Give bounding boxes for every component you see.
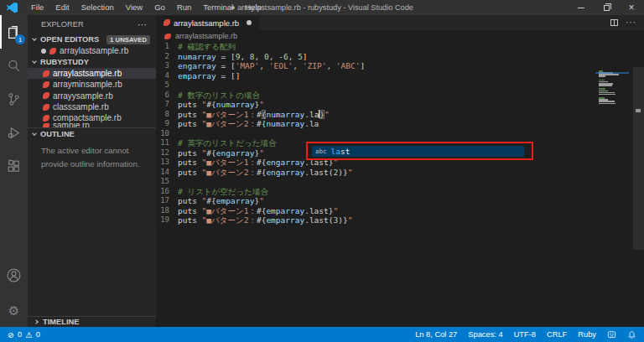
ruby-file-icon xyxy=(49,48,56,54)
code-lines: 1# 確認する配列2numarray = [9, 8, 0, -6, 5]3en… xyxy=(156,42,644,225)
menu-view[interactable]: View xyxy=(120,0,148,15)
encoding[interactable]: UTF-8 xyxy=(514,330,536,339)
code-line-2[interactable]: 2numarray = [9, 8, 0, -6, 5] xyxy=(156,52,644,62)
code-line-15[interactable]: 15 xyxy=(156,177,644,187)
line-number[interactable]: 15 xyxy=(156,177,178,187)
timeline-section-header[interactable]: TIMELINE xyxy=(28,316,156,327)
file-name: arraylastsample.rb xyxy=(53,69,122,78)
line-number[interactable]: 13 xyxy=(156,158,178,168)
annotation-red-box xyxy=(306,142,533,160)
language-mode[interactable]: Ruby xyxy=(578,330,596,339)
activity-run-debug-button[interactable] xyxy=(0,116,28,149)
title-bar: FileEditSelectionViewGoRunTerminalHelp ●… xyxy=(0,0,644,15)
tab-arraylastsample[interactable]: arraylastsample.rb xyxy=(156,15,259,30)
open-editor-item[interactable]: arraylastsample.rb xyxy=(28,45,156,56)
line-number[interactable]: 1 xyxy=(156,42,178,52)
line-number[interactable]: 12 xyxy=(156,148,178,158)
code-line-17[interactable]: 17puts "#{emparray}" xyxy=(156,196,644,206)
line-number[interactable]: 7 xyxy=(156,100,178,110)
explorer-more-actions-icon[interactable]: ⋯ xyxy=(138,19,148,30)
line-number[interactable]: 9 xyxy=(156,119,178,129)
ruby-file-icon xyxy=(164,19,170,26)
code-line-1[interactable]: 1# 確認する配列 xyxy=(156,42,644,52)
menu-edit[interactable]: Edit xyxy=(49,0,75,15)
file-item-arraylastsample.rb[interactable]: arraylastsample.rb xyxy=(28,68,156,79)
code-line-16[interactable]: 16# リストが空だった場合 xyxy=(156,187,644,197)
minimap[interactable] xyxy=(599,70,625,105)
line-number[interactable]: 2 xyxy=(156,52,178,62)
line-number[interactable]: 5 xyxy=(156,80,178,91)
line-number[interactable]: 19 xyxy=(156,215,178,225)
code-line-18[interactable]: 18puts "■パターン1：#{emparray.last}" xyxy=(156,206,644,216)
line-number[interactable]: 18 xyxy=(156,206,178,216)
code-editor[interactable]: 1# 確認する配列2numarray = [9, 8, 0, -6, 5]3en… xyxy=(156,42,644,327)
main-area: 1 ⚙ EXPLORER ⋯ xyxy=(0,15,644,327)
file-item-arrayysample.rb[interactable]: arrayysample.rb xyxy=(28,91,156,101)
menu-go[interactable]: Go xyxy=(148,0,171,15)
restore-button[interactable] xyxy=(594,0,619,15)
overview-ruler-cursor-marker xyxy=(636,109,641,112)
eol-sequence[interactable]: CRLF xyxy=(547,330,567,339)
activity-extensions-button[interactable] xyxy=(0,149,28,183)
line-number[interactable]: 14 xyxy=(156,168,178,178)
indentation[interactable]: Spaces: 4 xyxy=(468,330,502,339)
code-line-14[interactable]: 14puts "■パターン2：#{engarray.last(2)}" xyxy=(156,168,644,178)
folder-section-header[interactable]: RUBYSTUDY xyxy=(28,56,156,68)
line-number[interactable]: 4 xyxy=(156,71,178,81)
line-number[interactable]: 6 xyxy=(156,91,178,101)
ruby-file-icon xyxy=(164,34,171,39)
vscode-logo-icon xyxy=(7,3,18,13)
ruby-file-icon xyxy=(43,81,49,88)
menu-run[interactable]: Run xyxy=(171,0,197,15)
activity-explorer-button[interactable]: 1 xyxy=(0,15,28,49)
explorer-sidebar: EXPLORER ⋯ OPEN EDITORS 1 UNSAVED arrayl… xyxy=(28,15,156,327)
menu-selection[interactable]: Selection xyxy=(75,0,120,15)
file-name: arrayysample.rb xyxy=(53,91,113,101)
code-line-5[interactable]: 5 xyxy=(156,80,644,91)
open-editors-section-header[interactable]: OPEN EDITORS 1 UNSAVED xyxy=(28,34,156,45)
menu-file[interactable]: File xyxy=(25,0,49,15)
warnings-count: 0 xyxy=(36,330,40,339)
chevron-right-icon xyxy=(34,319,39,324)
line-number[interactable]: 16 xyxy=(156,187,178,197)
code-line-10[interactable]: 10 xyxy=(156,129,644,139)
line-number[interactable]: 11 xyxy=(156,138,178,148)
run-debug-icon xyxy=(6,125,22,141)
activity-search-button[interactable] xyxy=(0,49,28,82)
explorer-badge: 1 xyxy=(15,34,25,44)
problems-indicator[interactable]: ⊘ 0 ⚠ 0 xyxy=(8,330,40,339)
line-number[interactable]: 3 xyxy=(156,61,178,71)
code-line-7[interactable]: 7puts "#{numarray}" xyxy=(156,100,644,110)
code-line-3[interactable]: 3engarray = ['MAP', 'EOL', 'ZIP', 'ABC'] xyxy=(156,61,644,71)
line-number[interactable]: 17 xyxy=(156,196,178,206)
chevron-down-icon xyxy=(32,59,37,64)
errors-count: 0 xyxy=(18,330,22,339)
activity-source-control-button[interactable] xyxy=(0,82,28,116)
code-line-6[interactable]: 6# 数字のリストの場合 xyxy=(156,91,644,101)
file-item-compactsample.rb[interactable]: compactsample.rb xyxy=(28,112,156,123)
feedback-smiley-icon[interactable] xyxy=(607,330,616,339)
settings-gear-button[interactable]: ⚙ xyxy=(0,293,28,327)
close-button[interactable]: × xyxy=(619,0,644,15)
line-number[interactable]: 10 xyxy=(156,129,178,139)
editor-scrollbar[interactable] xyxy=(633,67,644,250)
account-button[interactable] xyxy=(0,258,28,292)
split-editor-icon[interactable] xyxy=(610,19,618,26)
file-item-arrayminsample.rb[interactable]: arrayminsample.rb xyxy=(28,79,156,90)
line-number[interactable]: 8 xyxy=(156,110,178,120)
chevron-down-icon xyxy=(32,36,37,41)
code-line-4[interactable]: 4emparray = [] xyxy=(156,71,644,81)
extensions-icon xyxy=(6,158,22,174)
code-line-8[interactable]: 8puts "■パターン1：#{numarray.la}" xyxy=(156,110,644,120)
breadcrumb[interactable]: arraylastsample.rb xyxy=(156,30,644,42)
tab-modified-dot-icon[interactable] xyxy=(247,20,252,25)
file-item-classsample.rb[interactable]: classsample.rb xyxy=(28,101,156,112)
minimize-button[interactable] xyxy=(569,0,594,15)
outline-section-header[interactable]: OUTLINE xyxy=(28,127,156,139)
open-editor-file-name: arraylastsample.rb xyxy=(60,46,128,55)
notifications-bell-icon[interactable] xyxy=(627,330,636,339)
code-line-19[interactable]: 19puts "■パターン2：#{emparray.last(3)}" xyxy=(156,215,644,225)
editor-more-actions-icon[interactable]: ··· xyxy=(626,18,636,27)
cursor-position[interactable]: Ln 8, Col 27 xyxy=(415,330,457,339)
code-line-9[interactable]: 9puts "■パターン2：#{numarray.la xyxy=(156,119,644,129)
